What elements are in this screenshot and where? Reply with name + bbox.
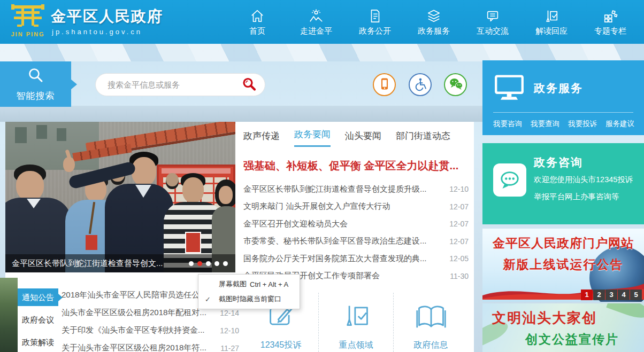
site-name: 金平区人民政府 <box>51 6 163 27</box>
news-item-title: 金平区区长带队到鮀江街道检查督导创文提质升级... <box>243 184 444 194</box>
nav-item-interaction[interactable]: 互动交流 <box>463 0 522 44</box>
carousel-dot-active[interactable] <box>197 261 202 266</box>
nav-item-about[interactable]: 走进金平 <box>287 0 346 44</box>
nav-label: 政务服务 <box>418 26 450 36</box>
nav-item-special-columns[interactable]: 专题专栏 <box>581 0 640 44</box>
notice-item-title: 关于汕头市金平区区级公租房2018年符... <box>62 343 216 352</box>
menu-item-label: 截图时隐藏当前窗口 <box>219 294 281 304</box>
nav-label: 解读回应 <box>535 26 568 36</box>
notice-item-date: 11-27 <box>220 344 239 352</box>
photo-person <box>182 177 204 203</box>
menu-policy-interpretation[interactable]: 政策解读 <box>18 333 58 351</box>
notice-item[interactable]: 关于汕头市金平区区级公租房2018年符... 11-27 <box>62 339 239 352</box>
wheelchair-icon <box>413 76 427 93</box>
search-magnifier-icon <box>242 85 257 93</box>
link-i-want-consult[interactable]: 我要咨询 <box>493 119 522 129</box>
news-headline[interactable]: 强基础、补短板、促平衡 金平区全力以赴贯... <box>243 159 469 173</box>
nav-label: 政务公开 <box>359 26 391 36</box>
mobile-version-button[interactable] <box>373 73 396 96</box>
quick-link-label: 重点领域 <box>339 340 373 351</box>
news-list: 金平区区长带队到鮀江街道检查督导创文提质升级... 12-10 文明来敲门 汕头… <box>243 181 469 285</box>
notice-menu: 通知公告 政府会议 政策解读 <box>18 288 58 352</box>
smart-search-button[interactable]: 智能搜索 <box>0 61 71 107</box>
nav-item-home[interactable]: 首页 <box>228 0 287 44</box>
news-item-date: 12-10 <box>449 185 469 193</box>
leaf-decoration <box>606 303 644 322</box>
accessibility-button[interactable] <box>409 73 432 96</box>
site-logo[interactable]: JIN PING <box>6 3 49 42</box>
screenshot-context-menu: 屏幕截图 Ctrl + Alt + A ✓ 截图时隐藏当前窗口 <box>198 274 300 309</box>
page: JIN PING 金平区人民政府 jp.shantou.gov.cn 首页 <box>0 0 644 352</box>
news-item[interactable]: 金平区召开创文迎检动员大会 12-07 <box>243 215 469 233</box>
nav-item-gov-service[interactable]: 政务服务 <box>404 0 463 44</box>
pagination-page-2[interactable]: 2 <box>593 290 605 300</box>
gov-info-book-icon <box>415 303 447 333</box>
tab-shantou-news[interactable]: 汕头要闻 <box>345 130 381 147</box>
tab-dept-street-news[interactable]: 部门街道动态 <box>396 130 450 147</box>
pattern-band <box>0 44 644 61</box>
news-item-title: 市委常委、秘书长带队到金平区督导政治生态建设... <box>243 236 444 246</box>
pagination-page-1[interactable]: 1 <box>581 290 593 300</box>
nav-label: 首页 <box>249 26 265 36</box>
carousel-dot[interactable] <box>189 261 194 266</box>
quick-link-key-areas[interactable]: 重点领域 <box>318 293 393 352</box>
monitor-icon <box>494 74 524 102</box>
menu-item-label: 屏幕截图 <box>219 279 247 289</box>
carousel-photo[interactable]: 金平区区长带队到鮀江街道检查督导创文... <box>5 122 235 272</box>
news-item-title: 文明来敲门 汕头开展创文入户宣传大行动 <box>243 201 444 212</box>
photo-window <box>36 125 47 139</box>
smart-search-label: 智能搜索 <box>17 90 55 102</box>
pagination-page-3[interactable]: 3 <box>605 290 617 300</box>
news-item-title: 国务院办公厅关于对国务院第五次大督查发现的典... <box>243 254 444 264</box>
civilization-promo-banner[interactable]: 文明汕头大家创 创文公益宣传片 <box>482 303 644 352</box>
layers-icon <box>426 7 441 24</box>
news-item[interactable]: 国务院办公厅关于对国务院第五次大督查发现的典... 12-05 <box>243 250 469 268</box>
news-item-date: 12-07 <box>449 202 469 211</box>
news-item[interactable]: 市委常委、秘书长带队到金平区督导政治生态建设... 12-07 <box>243 233 469 251</box>
menu-gov-meetings[interactable]: 政府会议 <box>18 311 58 328</box>
home-icon <box>250 7 265 24</box>
gov-consult-panel[interactable]: 政务咨询 欢迎您使用汕头市12345投诉举报平台网上办事咨询等 <box>482 143 644 224</box>
link-i-want-query[interactable]: 我要查询 <box>531 119 559 129</box>
news-item[interactable]: 文明来敲门 汕头开展创文入户宣传大行动 12-07 <box>243 198 469 216</box>
gov-consult-desc: 欢迎您使用汕头市12345投诉举报平台网上办事咨询等 <box>534 171 639 205</box>
link-i-want-complain[interactable]: 我要投诉 <box>568 119 597 129</box>
pen-check-icon <box>544 7 559 24</box>
photo-person <box>16 171 44 201</box>
portal-notice-banner[interactable]: 金平区人民政府门户网站 新版上线试运行公告 1 2 3 4 5 <box>482 229 644 302</box>
link-service-suggestion[interactable]: 服务建议 <box>605 119 634 129</box>
photo-window <box>57 128 66 141</box>
wechat-button[interactable] <box>444 73 467 96</box>
nav-label: 走进金平 <box>300 26 332 36</box>
promo-line2: 创文公益宣传片 <box>525 331 619 348</box>
menu-notice-announcements[interactable]: 通知公告 <box>18 288 58 306</box>
gov-service-title: 政务服务 <box>534 81 583 96</box>
grid-icon <box>603 7 618 24</box>
pagination-page-5[interactable]: 5 <box>630 290 642 300</box>
notice-item-date: 12-14 <box>220 309 239 317</box>
gov-consult-title: 政务咨询 <box>534 155 583 170</box>
notice-item-title: 关于印发《汕头市金平区专利扶持资金... <box>62 325 216 335</box>
news-item[interactable]: 金平区区长带队到鮀江街道检查督导创文提质升级... 12-10 <box>243 181 469 198</box>
mobile-phone-icon <box>378 76 392 93</box>
tab-gov-news[interactable]: 政务要闻 <box>294 128 331 147</box>
menu-item-hide-window[interactable]: ✓ 截图时隐藏当前窗口 <box>198 292 300 307</box>
carousel-dot[interactable] <box>206 261 211 266</box>
news-item-date: 12-05 <box>449 254 469 263</box>
carousel-dot[interactable] <box>223 261 228 266</box>
nav-label: 专题专栏 <box>594 26 626 36</box>
nav-item-interpretation[interactable]: 解读回应 <box>522 0 581 44</box>
quick-link-gov-info[interactable]: 政府信息 <box>393 293 468 352</box>
quick-link-label: 12345投诉 <box>260 340 302 351</box>
search-input[interactable] <box>106 80 241 90</box>
menu-item-shortcut: Ctrl + Alt + A <box>250 280 288 288</box>
search-submit-button[interactable] <box>241 77 257 93</box>
gov-service-panel[interactable]: 政务服务 我要咨询 我要查询 我要投诉 服务建议 <box>482 60 644 135</box>
news-item-title: 金平区召开创文迎检动员大会 <box>243 219 444 229</box>
notice-item[interactable]: 关于印发《汕头市金平区专利扶持资金... 12-10 <box>62 322 239 339</box>
tab-voice-relay[interactable]: 政声传递 <box>243 130 280 147</box>
menu-item-screenshot[interactable]: 屏幕截图 Ctrl + Alt + A <box>198 277 300 292</box>
pagination-page-4[interactable]: 4 <box>618 290 630 300</box>
carousel-dot[interactable] <box>214 261 219 266</box>
nav-item-gov-public[interactable]: 政务公开 <box>346 0 404 44</box>
